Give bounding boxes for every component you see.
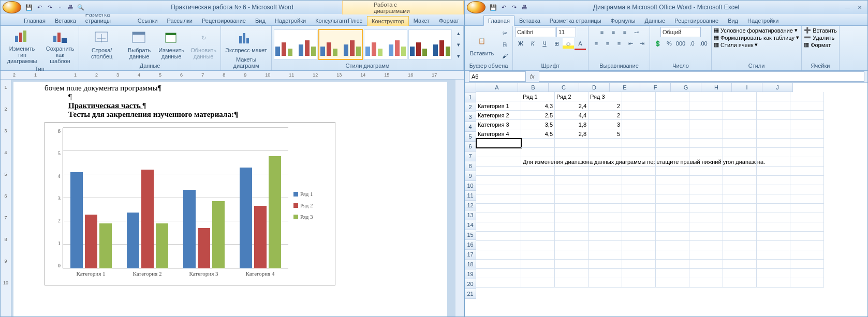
cell[interactable] [555,204,589,213]
cell[interactable] [723,213,757,222]
cell[interactable] [656,139,689,148]
number-format-combo[interactable]: Общий [660,27,701,37]
bold-button[interactable]: Ж [515,38,526,49]
cell[interactable] [656,278,689,288]
cell[interactable] [622,92,656,101]
cell[interactable] [476,213,521,222]
cell[interactable] [723,120,757,129]
cell[interactable] [656,167,689,176]
excel-office-button[interactable] [467,1,486,13]
cell[interactable] [521,139,555,148]
cell[interactable]: 2 [589,101,622,111]
col-header[interactable]: J [762,83,793,92]
cell[interactable]: 4,4 [555,111,589,120]
cell[interactable] [689,260,723,269]
cell[interactable] [622,176,656,185]
cell[interactable] [622,139,656,148]
cell[interactable] [790,241,824,250]
center-align-icon[interactable]: ≡ [602,38,613,49]
cell[interactable] [555,157,589,167]
cell[interactable] [790,148,824,157]
cell[interactable] [476,260,521,269]
cell[interactable] [757,120,790,129]
cell[interactable] [476,176,521,185]
cell[interactable] [589,260,622,269]
row-header[interactable]: 2 [465,102,476,112]
cell[interactable] [723,232,757,241]
cell[interactable] [622,269,656,278]
format-table-button[interactable]: ▦Форматировать как таблицу ▾ [714,34,799,41]
tab-format[interactable]: Формат [434,16,464,25]
cell[interactable] [723,129,757,139]
cell[interactable] [521,213,555,222]
cell[interactable] [757,111,790,120]
cell[interactable] [555,167,589,176]
cell[interactable] [622,157,656,167]
row-header[interactable]: 6 [465,142,476,152]
cell[interactable] [622,129,656,139]
horizontal-ruler[interactable]: 211234567891011121314151617 [1,71,464,80]
gallery-more-icon[interactable]: ▾ [453,51,464,61]
cell[interactable] [790,269,824,278]
cell[interactable]: Ряд 2 [555,92,589,101]
save-icon[interactable]: 💾 [24,3,34,12]
gallery-down-icon[interactable]: ▾ [453,39,464,50]
cond-format-button[interactable]: ▦Условное форматирование ▾ [714,27,798,34]
row-header[interactable]: 16 [465,240,476,250]
cell[interactable] [555,232,589,241]
chart-plot-area[interactable]: 0123456 Категория 1Категория 2Категория … [50,128,288,283]
indent-dec-icon[interactable]: ⇤ [625,38,636,49]
cell[interactable] [622,278,656,288]
cell[interactable] [790,194,824,204]
xl-save-icon[interactable]: 💾 [489,3,498,12]
cell[interactable] [790,204,824,213]
cell[interactable] [656,269,689,278]
cell[interactable] [757,204,790,213]
cell[interactable]: Категория 3 [476,120,521,129]
switch-rowcol-button[interactable]: Строка/столбец [81,28,122,61]
cell[interactable] [723,111,757,120]
cell[interactable] [757,92,790,101]
col-header[interactable]: B [518,83,549,92]
cell[interactable] [757,241,790,250]
row-header[interactable]: 12 [465,201,476,210]
cell[interactable] [521,185,555,194]
cell[interactable] [589,222,622,232]
xl-tab-insert[interactable]: Вставка [514,16,545,25]
chart-style-4[interactable] [408,29,452,59]
cell[interactable]: Категория 1 [476,101,521,111]
row-header[interactable]: 17 [465,250,476,260]
cell[interactable] [521,241,555,250]
cell[interactable] [589,278,622,288]
borders-icon[interactable]: ⊞ [551,38,562,49]
cell[interactable] [656,120,689,129]
cell[interactable] [689,213,723,222]
cell[interactable] [689,278,723,288]
cell[interactable] [689,269,723,278]
cell[interactable] [476,278,521,288]
cell[interactable] [757,250,790,260]
cell[interactable]: 4,3 [521,101,555,111]
cell[interactable] [656,185,689,194]
cell[interactable] [622,241,656,250]
cell[interactable] [521,269,555,278]
redo-icon[interactable]: ↷ [45,3,54,12]
dec-inc-icon[interactable]: .0 [686,38,698,49]
cell[interactable] [622,222,656,232]
cell[interactable] [790,222,824,232]
cell[interactable] [689,129,723,139]
print-icon[interactable]: 🖶 [66,3,75,12]
row-header[interactable]: 15 [465,230,476,240]
cell[interactable] [757,260,790,269]
cell[interactable]: 1,8 [555,120,589,129]
paste-button[interactable]: 📋Вставить [467,32,497,57]
cell[interactable] [689,194,723,204]
cell[interactable] [476,232,521,241]
format-cells-button[interactable]: ▦ Формат [804,41,831,48]
cell[interactable] [656,129,689,139]
cell[interactable] [555,260,589,269]
cell[interactable] [476,157,521,167]
cell[interactable] [790,111,824,120]
cell[interactable] [476,167,521,176]
col-header[interactable]: F [640,83,671,92]
